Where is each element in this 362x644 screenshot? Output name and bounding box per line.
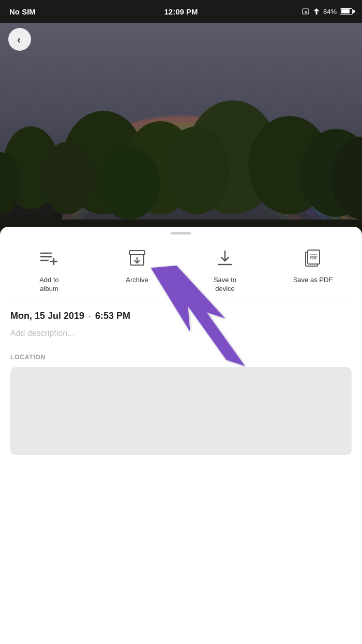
archive-icon-wrap (124, 245, 150, 272)
add-to-album-icon (39, 249, 59, 268)
archive-button[interactable]: Archive (116, 245, 158, 285)
rainbow-svg (0, 23, 362, 256)
save-as-pdf-icon: PDF (304, 249, 322, 268)
save-as-pdf-label: Save as PDF (293, 276, 333, 285)
svg-rect-21 (129, 251, 145, 255)
save-as-pdf-button[interactable]: PDF Save as PDF (292, 245, 334, 285)
archive-label: Archive (126, 276, 148, 285)
save-to-device-label: Save todevice (214, 276, 236, 294)
svg-point-15 (163, 126, 230, 214)
back-chevron-icon: ‹ (17, 34, 21, 46)
action-row: Add toalbum Archive (0, 238, 362, 301)
battery-percent: 84% (323, 8, 337, 16)
add-to-album-icon-wrap (36, 245, 63, 272)
date-time-row: Mon, 15 Jul 2019 · 6:53 PM (10, 311, 352, 321)
archive-icon (128, 249, 146, 268)
location-label: LOCATION (10, 354, 352, 361)
description-placeholder[interactable]: Add description... (10, 329, 352, 338)
add-to-album-button[interactable]: Add toalbum (28, 245, 70, 294)
svg-point-14 (41, 142, 93, 214)
save-to-device-icon (216, 249, 234, 268)
photo-area (0, 23, 362, 256)
save-to-device-icon-wrap (212, 245, 238, 272)
location-section: LOCATION (0, 343, 362, 460)
status-right: ⊕ 84% (301, 7, 353, 16)
time-label: 12:09 PM (164, 7, 198, 16)
save-as-pdf-icon-wrap: PDF (299, 245, 326, 272)
bottom-sheet: Add toalbum Archive (0, 227, 362, 644)
location-icon (313, 8, 320, 15)
photo-date: Mon, 15 Jul 2019 (10, 311, 84, 321)
add-to-album-label: Add toalbum (39, 276, 59, 294)
sheet-handle (0, 227, 362, 238)
save-to-device-button[interactable]: Save todevice (204, 245, 246, 294)
svg-point-8 (98, 147, 160, 219)
map-placeholder[interactable] (10, 367, 352, 455)
carrier-label: No SIM (9, 7, 36, 16)
sim-icon: ⊕ (301, 7, 310, 16)
back-button[interactable]: ‹ (8, 28, 31, 51)
handle-bar (171, 232, 191, 235)
battery-icon (340, 8, 353, 15)
svg-text:⊕: ⊕ (304, 10, 307, 13)
status-bar: No SIM 12:09 PM ⊕ 84% (0, 0, 362, 23)
photo-time: 6:53 PM (95, 311, 130, 321)
date-dot: · (88, 311, 91, 321)
info-section: Mon, 15 Jul 2019 · 6:53 PM Add descripti… (0, 301, 362, 343)
